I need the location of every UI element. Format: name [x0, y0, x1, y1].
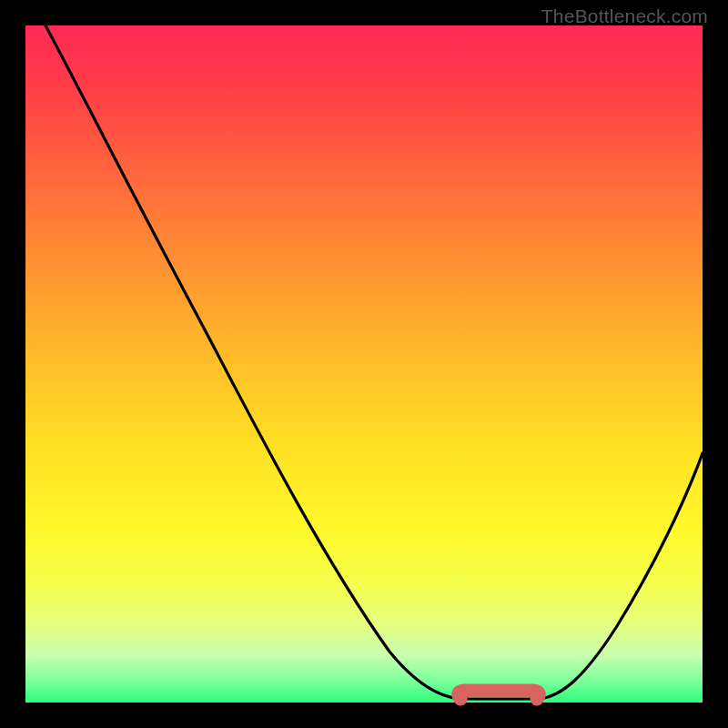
- watermark-text: TheBottleneck.com: [541, 5, 708, 27]
- bottleneck-curve: [46, 25, 703, 699]
- chart-frame: [25, 25, 703, 703]
- chart-plot: [25, 25, 703, 703]
